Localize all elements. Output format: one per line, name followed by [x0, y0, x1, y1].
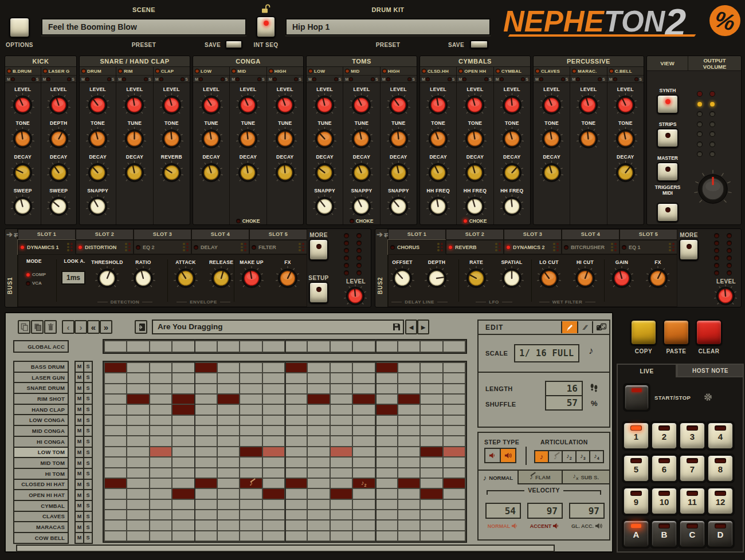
bus2-gain-knob[interactable]: GAIN — [602, 259, 642, 291]
step-bass-drum-9[interactable] — [285, 363, 307, 372]
level-knob[interactable]: LEVEL — [267, 85, 303, 119]
step-mid-conga-15[interactable] — [421, 426, 442, 435]
level-knob[interactable]: LEVEL — [80, 85, 116, 119]
step-mid-tom-11[interactable] — [331, 458, 352, 467]
mute-toggle[interactable]: M — [7, 77, 14, 81]
step-open-hi-hat-12[interactable] — [353, 489, 374, 498]
hh-freq-knob[interactable]: HH FREQ — [457, 186, 493, 220]
tone-knob[interactable]: TONE — [534, 119, 570, 152]
step-mid-conga-5[interactable] — [195, 426, 217, 435]
save-pattern-button[interactable] — [390, 321, 402, 333]
step-mid-tom-9[interactable] — [285, 458, 307, 467]
step-cow-bell-15[interactable] — [421, 531, 442, 541]
step-rim-shot-13[interactable] — [376, 395, 397, 404]
bus2-slot-tab-1[interactable]: SLOT 1 — [388, 229, 446, 240]
step-bass-drum-10[interactable] — [308, 363, 329, 372]
solo-toggle[interactable]: S — [295, 77, 301, 81]
step-cow-bell-2[interactable] — [127, 531, 148, 541]
global-acc-cell[interactable] — [263, 341, 284, 352]
step-snare-drum-7[interactable] — [240, 384, 261, 393]
track-solo-mid-tom[interactable]: S — [83, 457, 93, 469]
step-claves-2[interactable] — [127, 510, 148, 519]
step-hand-clap-3[interactable] — [150, 405, 171, 414]
step-rim-shot-2[interactable] — [127, 395, 148, 404]
step-cow-bell-6[interactable] — [218, 531, 239, 541]
step-open-hi-hat-11[interactable] — [331, 489, 352, 498]
step-mid-tom-12[interactable] — [353, 458, 374, 467]
step-claves-11[interactable] — [331, 510, 352, 519]
bus1-ratio-knob[interactable]: RATIO — [123, 259, 163, 291]
step-hi-tom-9[interactable] — [285, 468, 307, 478]
step-mid-tom-3[interactable] — [150, 458, 171, 467]
decay-knob[interactable]: DECAY — [267, 152, 303, 186]
step-snare-drum-12[interactable] — [353, 384, 374, 393]
step-mid-conga-7[interactable] — [240, 426, 261, 435]
pattern-pad-1[interactable]: 1 — [624, 423, 649, 449]
step-mid-tom-10[interactable] — [308, 458, 329, 467]
track-solo-maracas[interactable]: S — [83, 521, 93, 533]
step-hi-conga-1[interactable] — [105, 436, 126, 445]
step-hand-clap-16[interactable] — [444, 405, 465, 414]
bus2-slot-tab-4[interactable]: SLOT 4 — [562, 229, 619, 240]
step-cymbal-13[interactable] — [376, 500, 397, 509]
step-snare-drum-15[interactable] — [421, 384, 442, 393]
step-hi-tom-16[interactable] — [444, 468, 465, 478]
track-label-rim-shot[interactable]: RIM SHOT — [13, 393, 69, 405]
track-label-claves[interactable]: CLAVES — [13, 511, 69, 523]
step-rim-shot-8[interactable] — [263, 395, 284, 404]
level-knob[interactable]: LEVEL — [41, 85, 77, 119]
pattern-name-field[interactable]: Are You Dragging — [152, 320, 404, 334]
global-acc-cell[interactable] — [105, 341, 126, 352]
step-cymbal-11[interactable] — [331, 500, 352, 509]
step-bass-drum-7[interactable] — [240, 363, 261, 372]
kit-save-button[interactable] — [470, 40, 488, 49]
track-solo-low-tom[interactable]: S — [83, 447, 93, 459]
step-open-hi-hat-4[interactable] — [172, 489, 194, 498]
step-maracas-1[interactable] — [105, 520, 126, 530]
velocity-normal-value[interactable]: 54 — [485, 503, 521, 519]
step-hi-tom-12[interactable] — [353, 468, 374, 478]
step-mid-conga-3[interactable] — [150, 426, 171, 435]
step-snare-drum-3[interactable] — [150, 384, 171, 393]
tune-knob[interactable]: TUNE — [116, 119, 152, 152]
bank-pad-D[interactable]: D — [708, 520, 733, 547]
step-mid-tom-7[interactable] — [240, 458, 261, 467]
solo-toggle[interactable]: S — [485, 77, 492, 81]
mute-toggle[interactable]: M — [269, 77, 276, 81]
track-solo-hi-conga[interactable]: S — [83, 436, 93, 448]
tone-knob[interactable]: TONE — [5, 119, 41, 152]
tab-flam[interactable]: ♪ FLAM — [519, 471, 563, 484]
level-knob[interactable]: LEVEL — [570, 85, 606, 119]
step-maracas-12[interactable] — [353, 520, 374, 530]
choke-toggle[interactable]: CHOKE — [193, 218, 303, 224]
step-hi-tom-8[interactable] — [263, 468, 284, 478]
bus1-make-up-knob[interactable]: MAKE UP — [232, 259, 272, 291]
step-low-tom-13[interactable] — [376, 447, 397, 456]
track-label-low-tom[interactable]: LOW TOM — [13, 447, 69, 459]
bus1-attack-knob[interactable]: ATTACK — [166, 259, 206, 291]
bus2-slot-dynamics-2[interactable]: DYNAMICS 2 — [504, 240, 562, 254]
bus2-slot-bitcrusher[interactable]: BITCRUSHER — [562, 240, 619, 254]
tone-knob[interactable]: TONE — [570, 119, 606, 152]
step-low-conga-13[interactable] — [376, 416, 397, 425]
step-hi-tom-11[interactable] — [331, 468, 352, 478]
step-cow-bell-13[interactable] — [376, 531, 397, 541]
step-maracas-2[interactable] — [127, 520, 148, 530]
track-label-hi-conga[interactable]: HI CONGA — [13, 436, 69, 448]
global-acc-cell[interactable] — [308, 341, 329, 352]
sweep-knob[interactable]: SWEEP — [5, 186, 41, 220]
step-claves-12[interactable] — [353, 510, 374, 519]
step-rim-shot-3[interactable] — [150, 395, 171, 404]
track-solo-bass-drum[interactable]: S — [83, 361, 93, 373]
bus2-rate-knob[interactable]: RATE — [456, 259, 496, 291]
step-cymbal-15[interactable] — [421, 500, 442, 509]
bus2-spatial-knob[interactable]: SPATIAL — [492, 259, 532, 291]
bus2-hi-cut-knob[interactable]: HI CUT — [565, 259, 605, 291]
bus1-slot-dynamics-1[interactable]: DYNAMICS 1 — [18, 240, 76, 254]
solo-toggle[interactable]: S — [635, 77, 642, 81]
step-low-tom-9[interactable] — [285, 447, 307, 456]
articulation-flam-button[interactable]: ♪ — [548, 450, 563, 463]
decay-knob[interactable]: DECAY — [607, 152, 644, 186]
global-acc-cell[interactable] — [218, 341, 239, 352]
track-solo-open-hi-hat[interactable]: S — [83, 489, 93, 501]
